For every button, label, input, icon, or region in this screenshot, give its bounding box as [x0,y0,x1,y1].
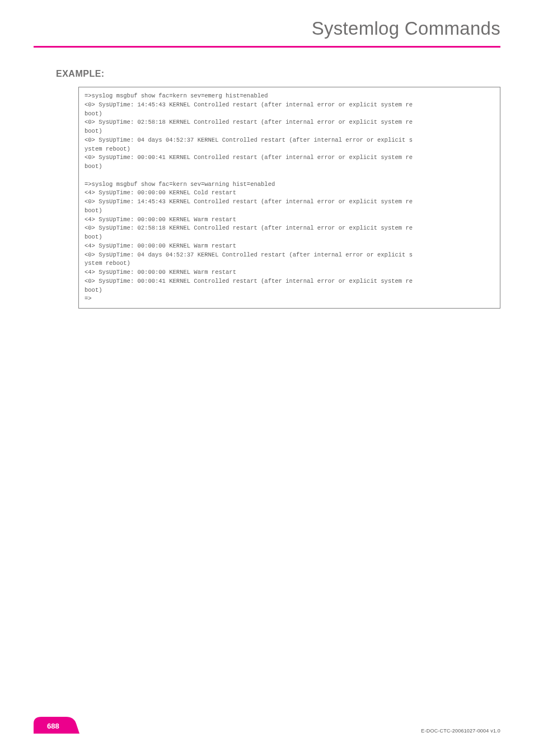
code-content: =>syslog msgbuf show fac=kern sev=emerg … [85,92,494,304]
code-example-box: =>syslog msgbuf show fac=kern sev=emerg … [78,87,500,309]
page-number-tab: 688 [34,717,84,734]
page-number: 688 [47,722,59,730]
header-divider [34,46,500,48]
page-title: Systemlog Commands [34,18,500,39]
example-heading: EXAMPLE: [56,69,500,79]
document-id: E-DOC-CTC-20061027-0004 v1.0 [421,728,500,734]
page-footer: 688 E-DOC-CTC-20061027-0004 v1.0 [0,717,534,734]
